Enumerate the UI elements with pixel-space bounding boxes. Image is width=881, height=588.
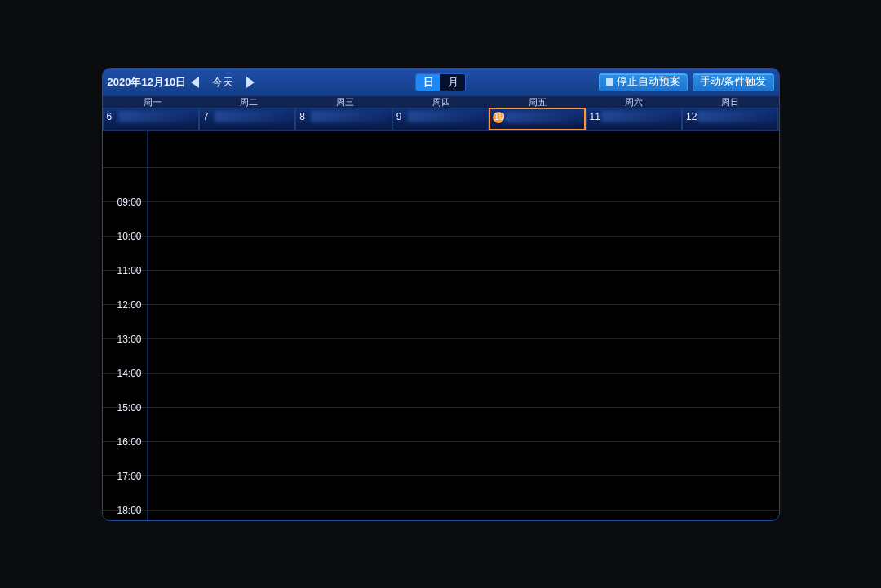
hour-slot[interactable] (147, 305, 779, 338)
day-number: 10 (494, 111, 504, 122)
hour-label: 11:00 (103, 243, 147, 276)
hour-row: 12:00 (103, 271, 779, 305)
stop-auto-plan-label: 停止自动预案 (617, 75, 680, 89)
dow-label: 周一 (104, 96, 201, 108)
hour-label: 16:00 (103, 414, 147, 448)
manual-trigger-button[interactable]: 手动/条件触发 (693, 73, 773, 91)
view-toggle: 日 月 (415, 73, 466, 91)
hour-row: 11:00 (103, 237, 779, 271)
day-number: 11 (590, 111, 600, 122)
hour-row: 18:00 (103, 476, 779, 511)
day-number: 9 (396, 111, 402, 122)
view-month-button[interactable]: 月 (440, 74, 465, 91)
stop-auto-plan-button[interactable]: 停止自动预案 (599, 73, 688, 91)
action-buttons: 停止自动预案 手动/条件触发 (599, 73, 773, 91)
day-event-preview (601, 111, 680, 122)
day-event-preview (311, 111, 389, 122)
day-event-preview (408, 111, 486, 122)
day-event-preview (215, 111, 293, 122)
hour-slot[interactable] (147, 511, 779, 520)
dow-label: 周四 (393, 96, 489, 108)
hour-row (103, 131, 779, 168)
day-number: 12 (686, 111, 697, 122)
hour-slot[interactable] (147, 237, 779, 270)
day-number: 6 (107, 111, 113, 122)
day-cell[interactable]: 6 (103, 108, 199, 130)
day-cell[interactable]: 11 (586, 108, 682, 130)
hour-slot[interactable] (147, 442, 779, 475)
hour-slot[interactable] (147, 202, 779, 236)
hour-label: 13:00 (103, 312, 147, 345)
day-cell[interactable]: 10 (489, 108, 585, 130)
stop-icon (606, 78, 613, 86)
day-event-preview (697, 111, 776, 122)
hour-slot[interactable] (147, 339, 779, 373)
dow-label: 周二 (201, 96, 297, 108)
day-cell[interactable]: 12 (682, 108, 778, 130)
chevron-right-icon (246, 77, 255, 88)
next-button[interactable] (243, 75, 258, 90)
scheduler-panel: 2020年12月10日 今天 日 月 停止自动预案 手动/条件触发 周一周二周三… (102, 68, 780, 521)
hour-row: 15:00 (103, 374, 779, 408)
hour-label: 09:00 (103, 175, 147, 208)
time-grid[interactable]: 09:0010:0011:0012:0013:0014:0015:0016:00… (103, 130, 779, 520)
hour-slot[interactable] (147, 131, 779, 167)
hour-label: 15:00 (103, 380, 147, 413)
dow-label: 周六 (586, 96, 682, 108)
dow-label: 周日 (682, 96, 778, 108)
hour-row: 09:00 (103, 168, 779, 202)
hour-label: 18:00 (103, 483, 147, 516)
hour-row: 19:00 (103, 511, 779, 520)
hour-row: 13:00 (103, 305, 779, 339)
hour-slot[interactable] (147, 408, 779, 441)
day-cell[interactable]: 9 (392, 108, 489, 130)
hour-label: 10:00 (103, 209, 147, 242)
current-date: 2020年12月10日 (108, 75, 187, 90)
hour-row: 16:00 (103, 408, 779, 442)
day-event-preview (505, 112, 582, 123)
hour-label: 19:00 (103, 517, 147, 520)
hour-row: 14:00 (103, 339, 779, 374)
hour-label: 12:00 (103, 277, 147, 311)
day-number: 8 (299, 111, 305, 122)
chevron-left-icon (191, 77, 199, 88)
manual-trigger-label: 手动/条件触发 (700, 75, 766, 89)
hour-label: 17:00 (103, 449, 147, 482)
hour-slot[interactable] (147, 168, 779, 201)
hour-row: 17:00 (103, 442, 779, 476)
hour-label: 14:00 (103, 346, 147, 379)
day-number: 7 (203, 111, 209, 122)
hour-slot[interactable] (147, 271, 779, 304)
view-day-button[interactable]: 日 (416, 74, 440, 91)
day-cell[interactable]: 8 (295, 108, 392, 130)
hour-slot[interactable] (147, 476, 779, 510)
top-bar: 2020年12月10日 今天 日 月 停止自动预案 手动/条件触发 (103, 69, 779, 96)
day-cell[interactable]: 7 (199, 108, 295, 130)
day-of-week-header: 周一周二周三周四周五周六周日 (103, 96, 779, 108)
day-event-preview (118, 111, 197, 122)
today-button[interactable]: 今天 (207, 74, 238, 91)
dow-label: 周三 (297, 96, 393, 108)
prev-button[interactable] (188, 75, 202, 90)
hour-slot[interactable] (147, 374, 779, 407)
dow-label: 周五 (489, 96, 586, 108)
date-header-row: 6789101112 (103, 108, 779, 130)
hour-row: 10:00 (103, 202, 779, 237)
